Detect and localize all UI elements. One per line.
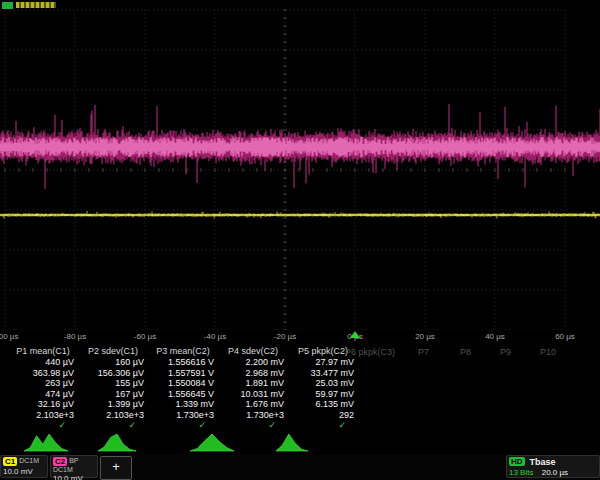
histicon-4[interactable]: [276, 432, 308, 452]
measurement-mean: 33.477 mV: [288, 368, 358, 379]
c2-badge: C2: [53, 457, 67, 466]
time-label: 40 µs: [460, 332, 530, 343]
measurement-header-p7[interactable]: P7: [418, 347, 429, 357]
measurement-max: 167 µV: [78, 389, 148, 400]
measurement-mean: 156.306 µV: [78, 368, 148, 379]
measurement-value: 27.97 mV: [288, 357, 358, 368]
measurement-column-p1: P1 mean(C1) 440 µV 363.98 µV 263 µV 474 …: [8, 346, 78, 431]
measurement-sdev: 6.135 mV: [288, 399, 358, 410]
measurement-min: 1.550084 V: [148, 378, 218, 389]
time-label: -20 µs: [250, 332, 320, 343]
measurement-status-check: ✓: [218, 420, 288, 431]
add-trace-button[interactable]: +: [100, 456, 132, 480]
measurement-num: 1.730e+3: [218, 410, 288, 421]
timebase-bits: 13 Bits: [509, 468, 533, 477]
measurement-min: 155 µV: [78, 378, 148, 389]
measurement-sdev: 32.16 µV: [8, 399, 78, 410]
measurement-header[interactable]: P2 sdev(C1): [78, 346, 148, 357]
hd-badge: HD: [509, 457, 525, 466]
measurement-column-p3: P3 mean(C2) 1.556616 V 1.557591 V 1.5500…: [148, 346, 218, 431]
measurement-max: 474 µV: [8, 389, 78, 400]
descriptor-bar: C1 DC1M 10.0 mV C2 BP DC1M 10.0 mV + HD …: [0, 455, 600, 480]
measurement-num: 2.103e+3: [8, 410, 78, 421]
measurement-header[interactable]: P3 mean(C2): [148, 346, 218, 357]
measurement-header[interactable]: P4 sdev(C2): [218, 346, 288, 357]
graticule: [0, 8, 600, 330]
time-label: -100 µs: [0, 332, 40, 343]
c1-scale: 10.0 mV: [3, 467, 45, 476]
measurement-value: 1.556616 V: [148, 357, 218, 368]
measurement-num: 292: [288, 410, 358, 421]
measurement-min: 263 µV: [8, 378, 78, 389]
measurement-status-check: ✓: [8, 420, 78, 431]
timebase-scale: 20.0 µs: [542, 468, 568, 477]
annotation-bar: [16, 2, 56, 8]
measurement-sdev: 1.339 mV: [148, 399, 218, 410]
c1-badge: C1: [3, 457, 17, 466]
channel-c1-descriptor[interactable]: C1 DC1M 10.0 mV: [0, 455, 48, 478]
measurement-num: 1.730e+3: [148, 410, 218, 421]
measurement-header[interactable]: P1 mean(C1): [8, 346, 78, 357]
measurement-max: 10.031 mV: [218, 389, 288, 400]
time-axis: -100 µs -80 µs -60 µs -40 µs -20 µs 0 µs…: [0, 332, 600, 343]
time-label: -40 µs: [180, 332, 250, 343]
measurement-mean: 1.557591 V: [148, 368, 218, 379]
measurement-mean: 363.98 µV: [8, 368, 78, 379]
time-label: 60 µs: [530, 332, 600, 343]
measurement-header-p10[interactable]: P10: [540, 347, 556, 357]
measurement-header-p6[interactable]: P6 pkpk(C3): [345, 347, 395, 357]
timebase-label: Tbase: [530, 457, 556, 467]
time-label: -80 µs: [40, 332, 110, 343]
c2-scale: 10.0 mV: [53, 474, 95, 480]
time-label: -60 µs: [110, 332, 180, 343]
histicon-3[interactable]: [190, 432, 234, 452]
measurement-value: 2.200 mV: [218, 357, 288, 368]
measurement-min: 25.03 mV: [288, 378, 358, 389]
status-led: [2, 2, 13, 9]
measurement-status-check: ✓: [78, 420, 148, 431]
measurement-column-p4: P4 sdev(C2) 2.200 mV 2.968 mV 1.891 mV 1…: [218, 346, 288, 431]
channel-c2-descriptor[interactable]: C2 BP DC1M 10.0 mV: [50, 455, 98, 478]
measurement-header-p8[interactable]: P8: [460, 347, 471, 357]
measurement-header-p9[interactable]: P9: [500, 347, 511, 357]
waveform-display: [0, 8, 600, 330]
measurement-mean: 2.968 mV: [218, 368, 288, 379]
trigger-position-marker: [350, 331, 360, 338]
histicon-1[interactable]: [24, 432, 68, 452]
measurement-status-check: ✓: [148, 420, 218, 431]
measurement-value: 440 µV: [8, 357, 78, 368]
measurement-max: 1.556645 V: [148, 389, 218, 400]
histicon-2[interactable]: [98, 432, 136, 452]
measurement-status-check: ✓: [288, 420, 358, 431]
measurement-min: 1.891 mV: [218, 378, 288, 389]
c1-coupling: DC1M: [19, 457, 39, 464]
measurement-num: 2.103e+3: [78, 410, 148, 421]
time-label: 20 µs: [390, 332, 460, 343]
measurement-column-p5: P5 pkpk(C2) 27.97 mV 33.477 mV 25.03 mV …: [288, 346, 358, 431]
timebase-descriptor[interactable]: HD Tbase 13 Bits 20.0 µs: [506, 455, 600, 478]
measurement-max: 59.97 mV: [288, 389, 358, 400]
measurement-column-p2: P2 sdev(C1) 160 µV 156.306 µV 155 µV 167…: [78, 346, 148, 431]
measurement-sdev: 1.399 µV: [78, 399, 148, 410]
measurement-sdev: 1.676 mV: [218, 399, 288, 410]
measurement-value: 160 µV: [78, 357, 148, 368]
